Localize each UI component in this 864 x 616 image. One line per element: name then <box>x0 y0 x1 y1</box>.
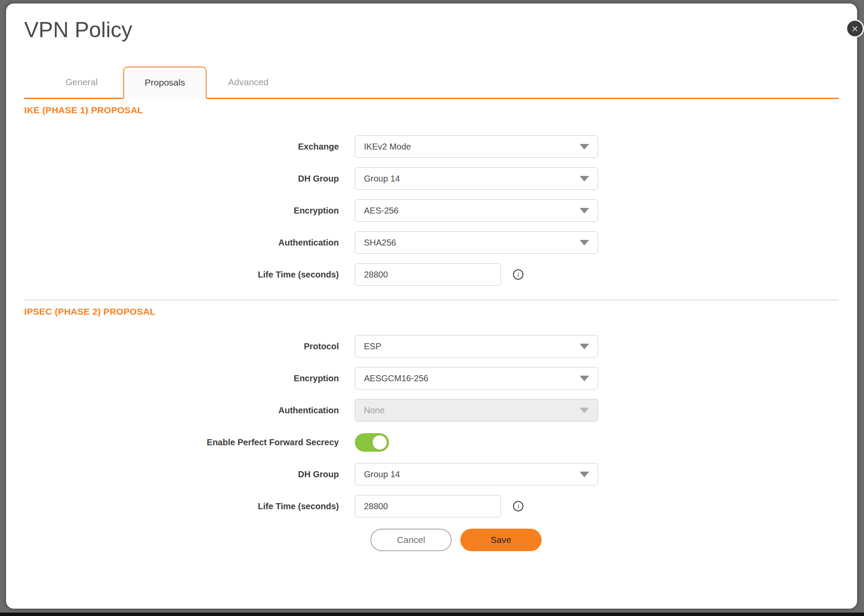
ipsec-phase2-form: Protocol ESP Encryption AESGCM16-256 Aut… <box>24 335 839 517</box>
info-icon[interactable]: i <box>513 269 523 280</box>
tab-proposals[interactable]: Proposals <box>123 67 207 99</box>
authentication-p2-select: None <box>355 399 598 421</box>
pfs-label: Enable Perfect Forward Secrecy <box>24 437 355 447</box>
form-row-exchange: Exchange IKEv2 Mode <box>24 135 839 158</box>
tab-general[interactable]: General <box>40 67 123 98</box>
exchange-select-value: IKEv2 Mode <box>355 142 411 152</box>
protocol-label: Protocol <box>24 342 355 351</box>
exchange-select[interactable]: IKEv2 Mode <box>355 135 598 158</box>
exchange-label: Exchange <box>24 142 355 152</box>
authentication-label: Authentication <box>24 238 355 248</box>
encryption-p2-select-value: AESGCM16-256 <box>355 373 428 383</box>
chevron-down-icon <box>580 344 589 349</box>
page-title: VPN Policy <box>24 16 839 43</box>
authentication-select-value: SHA256 <box>355 238 396 248</box>
bottom-bar <box>0 613 864 616</box>
encryption-p2-select[interactable]: AESGCM16-256 <box>355 367 598 389</box>
life-time-label: Life Time (seconds) <box>24 270 355 280</box>
encryption-select[interactable]: AES-256 <box>355 199 598 222</box>
close-icon[interactable]: ✕ <box>846 19 864 38</box>
tab-advanced[interactable]: Advanced <box>207 67 290 98</box>
life-time-input[interactable] <box>355 263 501 286</box>
tab-general-label: General <box>65 77 98 87</box>
form-row-protocol: Protocol ESP <box>24 335 839 357</box>
dh-group-select[interactable]: Group 14 <box>355 167 598 190</box>
screen: VPN Policy General Proposals Advanced IK… <box>0 0 864 616</box>
life-time-p2-label: Life Time (seconds) <box>24 501 355 511</box>
form-row-life-time: Life Time (seconds) i <box>24 263 839 286</box>
dh-group-p2-select-value: Group 14 <box>355 469 400 479</box>
dialog-footer: Cancel Save <box>370 529 839 551</box>
cancel-button[interactable]: Cancel <box>370 529 452 551</box>
tab-proposals-label: Proposals <box>145 77 185 88</box>
chevron-down-icon <box>580 208 589 214</box>
authentication-p2-label: Authentication <box>24 405 355 415</box>
ike-phase1-form: Exchange IKEv2 Mode DH Group Group 14 En… <box>24 135 839 286</box>
dh-group-select-value: Group 14 <box>355 174 400 184</box>
ipsec-phase2-heading: IPSEC (PHASE 2) PROPOSAL <box>24 306 839 317</box>
pfs-toggle[interactable] <box>355 433 389 452</box>
vpn-policy-dialog: VPN Policy General Proposals Advanced IK… <box>6 3 857 609</box>
life-time-p2-input[interactable] <box>355 495 501 517</box>
chevron-down-icon <box>580 408 589 413</box>
dh-group-p2-label: DH Group <box>24 469 355 479</box>
form-row-authentication-p2: Authentication None <box>24 399 839 421</box>
form-row-pfs: Enable Perfect Forward Secrecy <box>24 431 839 453</box>
chevron-down-icon <box>580 144 589 150</box>
tab-bar: General Proposals Advanced <box>24 67 839 99</box>
form-row-authentication: Authentication SHA256 <box>24 231 839 254</box>
section-divider <box>24 300 839 300</box>
encryption-p2-label: Encryption <box>24 373 355 383</box>
authentication-p2-select-value: None <box>355 405 385 415</box>
chevron-down-icon <box>580 376 589 381</box>
chevron-down-icon <box>580 176 589 182</box>
form-row-encryption-p2: Encryption AESGCM16-256 <box>24 367 839 389</box>
encryption-label: Encryption <box>24 206 355 216</box>
dh-group-p2-select[interactable]: Group 14 <box>355 463 598 485</box>
form-row-dh-group-p2: DH Group Group 14 <box>24 463 839 485</box>
ike-phase1-heading: IKE (PHASE 1) PROPOSAL <box>24 105 839 115</box>
dh-group-label: DH Group <box>24 174 355 184</box>
info-icon[interactable]: i <box>513 501 523 511</box>
protocol-select-value: ESP <box>355 342 381 351</box>
tab-advanced-label: Advanced <box>228 77 268 87</box>
toggle-knob <box>372 434 388 450</box>
chevron-down-icon <box>580 472 589 477</box>
form-row-encryption: Encryption AES-256 <box>24 199 839 222</box>
authentication-select[interactable]: SHA256 <box>355 231 598 254</box>
chevron-down-icon <box>580 240 589 246</box>
form-row-dh-group: DH Group Group 14 <box>24 167 839 190</box>
encryption-select-value: AES-256 <box>355 206 399 216</box>
form-row-life-time-p2: Life Time (seconds) i <box>24 495 839 517</box>
protocol-select[interactable]: ESP <box>355 335 598 357</box>
save-button[interactable]: Save <box>460 529 542 551</box>
